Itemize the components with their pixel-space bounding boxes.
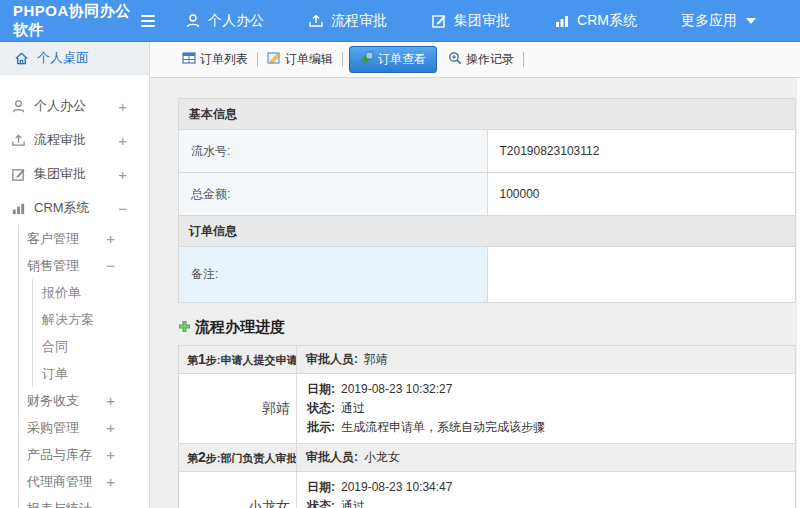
sidebar-item-group-approval[interactable]: 集团审批 + [0,157,149,191]
topnav-label: 流程审批 [331,12,387,30]
topnav-group-approval[interactable]: 集团审批 [431,12,510,30]
detail-date: 日期:2019-08-23 10:34:47 [307,478,785,497]
sidebar-menu: 个人办公 + 流程审批 + 集团审批 + CR [0,89,149,508]
sidebar-item-order[interactable]: 订单 [33,360,149,387]
sidebar-item-label: CRM系统 [34,199,90,217]
table-icon [182,51,196,68]
sidebar-item-label: 产品与库存 [27,446,92,464]
collapse-minus-icon[interactable]: − [106,257,115,274]
expand-plus-icon[interactable]: + [106,419,115,436]
tab-order-edit[interactable]: 订单编辑 [260,47,340,72]
sidebar-item-label: 报表与统计 [27,500,92,508]
tab-label: 操作记录 [466,51,514,68]
sidebar: 个人桌面 个人办公 + 流程审批 + 集团审批 [0,42,150,508]
topnav-label: 更多应用 [681,12,737,30]
sidebar-item-solution[interactable]: 解决方案 [33,306,149,333]
topnav-label: 个人办公 [208,12,264,30]
tab-operation-log[interactable]: 操作记录 [441,47,521,72]
sidebar-item-purchase-mgmt[interactable]: 采购管理 + [19,414,149,441]
tab-separator [257,52,258,67]
sidebar-item-contract[interactable]: 合同 [33,333,149,360]
topnav-crm-system[interactable]: CRM系统 [554,12,637,30]
sidebar-item-crm-system[interactable]: CRM系统 − [0,191,149,225]
table-row: 备注: [179,247,796,303]
sidebar-item-label: 解决方案 [42,311,94,329]
sidebar-item-personal-office[interactable]: 个人办公 + [0,89,149,123]
app-window: PHPOA协同办公软件 个人办公 流程审批 集团审批 [0,0,800,508]
home-icon [14,51,29,66]
order-view-icon [360,51,374,68]
process-title-text: 流程办理进度 [195,318,285,337]
collapse-minus-icon[interactable]: − [118,200,127,217]
section-header-order-info: 订单信息 [179,216,796,247]
chart-icon [11,201,26,216]
tab-label: 订单编辑 [285,51,333,68]
section-header-basic-info: 基本信息 [179,99,796,130]
sidebar-item-finance[interactable]: 财务收支 + [19,387,149,414]
section-title: 基本信息 [179,99,796,130]
sidebar-item-sales-mgmt[interactable]: 销售管理 − [19,252,149,279]
step-detail: 日期:2019-08-23 10:32:27 状态:通过 批示:生成流程申请单，… [297,374,796,444]
expand-plus-icon[interactable]: + [106,446,115,463]
expand-plus-icon[interactable]: + [106,392,115,409]
field-label: 备注: [179,247,488,303]
app-title: PHPOA协同办公软件 [0,2,141,40]
topnav-flow-approval[interactable]: 流程审批 [308,12,387,30]
sidebar-item-label: 流程审批 [34,131,86,149]
step-detail-row: 郭靖 日期:2019-08-23 10:32:27 状态:通过 批示:生成流程申… [179,374,796,444]
expand-plus-icon[interactable]: + [106,473,115,490]
edit-icon [11,167,26,182]
topnav-label: 集团审批 [454,12,510,30]
process-progress-title: 流程办理进度 [178,318,796,337]
topnav-personal-office[interactable]: 个人办公 [185,12,264,30]
field-value: 100000 [487,173,796,216]
tab-order-view[interactable]: 订单查看 [349,46,437,73]
edit-doc-icon [267,51,281,68]
flow-icon [11,133,26,148]
field-value [487,247,796,303]
sidebar-crm-children: 客户管理 + 销售管理 − 报价单 解决方案 合同 [18,225,149,508]
sidebar-item-label: 报价单 [42,284,81,302]
expand-plus-icon[interactable]: + [118,166,127,183]
sidebar-item-reports-stats[interactable]: 报表与统计 [19,495,149,508]
sidebar-item-desktop[interactable]: 个人桌面 [0,42,149,75]
step-detail-row: 小龙女 日期:2019-08-23 10:34:47 状态:通过 批示:通过 [179,472,796,508]
field-value: T20190823103112 [487,130,796,173]
sidebar-item-label: 采购管理 [27,419,79,437]
user-icon [185,13,201,29]
sidebar-item-quotation[interactable]: 报价单 [33,279,149,306]
detail-date: 日期:2019-08-23 10:32:27 [307,380,785,399]
approver-name: 小龙女 [179,472,297,508]
sidebar-item-flow-approval[interactable]: 流程审批 + [0,123,149,157]
chart-icon [554,13,570,29]
step-name: 第2步:部门负责人审批 [179,444,297,472]
expand-plus-icon[interactable]: + [106,230,115,247]
step-header-row: 第2步:部门负责人审批 审批人员:小龙女 [179,444,796,472]
edit-icon [431,13,447,29]
sidebar-sales-children: 报价单 解决方案 合同 订单 [32,279,149,387]
step-approver: 审批人员:郭靖 [297,346,796,374]
menu-toggle-icon[interactable] [141,12,155,30]
approver-name: 郭靖 [179,374,297,444]
field-label: 总金额: [179,173,488,216]
sidebar-item-label: 客户管理 [27,230,79,248]
sidebar-item-label: 合同 [42,338,68,356]
tab-order-list[interactable]: 订单列表 [175,47,255,72]
sidebar-item-label: 订单 [42,365,68,383]
tab-separator [523,52,524,67]
sidebar-item-label: 财务收支 [27,392,79,410]
detail-status: 状态:通过 [307,497,785,508]
expand-plus-icon[interactable]: + [118,98,127,115]
user-icon [11,99,26,114]
flow-icon [308,13,324,29]
step-name: 第1步:申请人提交申请 [179,346,297,374]
sidebar-item-customer-mgmt[interactable]: 客户管理 + [19,225,149,252]
tab-label: 订单查看 [378,51,426,68]
sidebar-item-label: 集团审批 [34,165,86,183]
tab-bar: 订单列表 订单编辑 订单查看 操作记录 [150,42,800,78]
sidebar-item-agent-mgmt[interactable]: 代理商管理 + [19,468,149,495]
detail-status: 状态:通过 [307,399,785,418]
topnav-more-apps[interactable]: 更多应用 [681,12,756,30]
sidebar-item-product-inventory[interactable]: 产品与库存 + [19,441,149,468]
expand-plus-icon[interactable]: + [118,132,127,149]
